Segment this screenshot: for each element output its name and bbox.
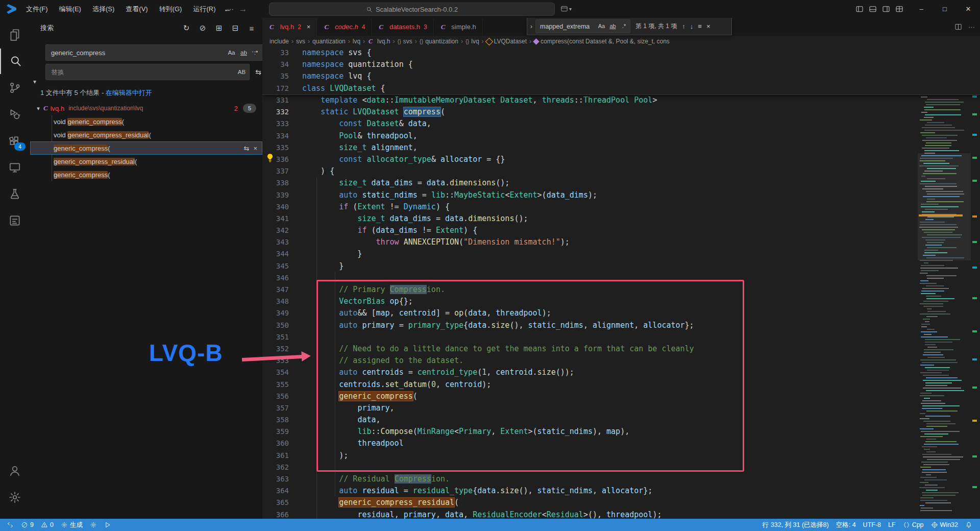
search-match-row[interactable]: void generic_compress( [30, 115, 262, 128]
minimap[interactable] [918, 47, 971, 519]
match-case-toggle[interactable]: Aa [597, 21, 606, 31]
breadcrumb-item[interactable]: svs [296, 38, 305, 45]
toggle-replace-icon[interactable]: › [527, 18, 535, 35]
activity-settings-icon[interactable] [0, 485, 30, 510]
clear-results-icon[interactable]: ⊘ [197, 22, 208, 34]
search-match-row[interactable]: generic_compress(⇆× [30, 141, 262, 155]
find-in-selection-icon[interactable]: ≡ [698, 22, 702, 30]
breadcrumb-item[interactable]: compress(const Dataset &, Pool &, size_t… [534, 38, 670, 45]
activity-beaker-icon[interactable] [0, 181, 30, 207]
status-item-left-5[interactable] [86, 519, 101, 531]
code-line: 335 size_t alignment, [262, 142, 980, 154]
breadcrumb-item[interactable]: quantization [312, 38, 346, 45]
play-icon [104, 521, 111, 528]
regex-toggle[interactable]: .* [619, 21, 629, 31]
tab-lvq.h[interactable]: Clvq.h2× [262, 18, 317, 36]
status-item-right-3[interactable]: UTF-8 [860, 519, 885, 531]
whole-word-toggle[interactable]: ab [608, 21, 618, 31]
breadcrumb-label: lvq.h [377, 38, 390, 45]
tab-simple.h[interactable]: Csimple.h [434, 18, 483, 36]
toggle-panel-left-icon[interactable] [855, 5, 864, 13]
collapse-all-icon[interactable]: ⊟ [230, 22, 241, 34]
chevron-down-icon[interactable]: ▾ [34, 105, 42, 112]
search-match-row[interactable]: void generic_compress_residual( [30, 128, 262, 141]
status-item-left-4[interactable]: 生成 [57, 519, 86, 531]
copilot-button[interactable]: ▾ [560, 3, 572, 14]
toggle-search-details-button[interactable]: ··· [252, 47, 258, 55]
menu-item-4[interactable]: 查看(V) [121, 3, 152, 16]
search-match-row[interactable]: generic_compress( [30, 168, 262, 181]
status-item-right-7[interactable] [962, 519, 976, 531]
window-controls: –□✕ [910, 0, 980, 18]
dismiss-match-icon[interactable]: × [253, 144, 257, 152]
close-tab-icon[interactable]: × [307, 23, 311, 31]
next-match-icon[interactable]: ↓ [690, 22, 694, 30]
activity-remote-icon[interactable] [0, 155, 30, 180]
breadcrumb-item[interactable]: {}svs [397, 38, 412, 45]
prev-match-icon[interactable]: ↑ [682, 22, 685, 30]
breadcrumb-item[interactable]: Clvq.h [368, 38, 390, 45]
back-button[interactable]: ← [224, 5, 232, 14]
replace-match-icon[interactable]: ⇆ [244, 144, 250, 152]
status-item-right-6[interactable]: Win32 [927, 519, 962, 531]
editor-more-actions-icon[interactable]: ··· [968, 23, 975, 31]
forward-button[interactable]: → [239, 5, 247, 14]
breadcrumb-item[interactable]: {}quantization [420, 38, 458, 45]
breadcrumb-item[interactable]: lvq [353, 38, 360, 45]
split-editor-icon[interactable] [954, 23, 962, 31]
activity-explorer-icon[interactable] [0, 22, 30, 47]
code-line: 336 const allocator_type& allocator = {} [262, 154, 980, 165]
activity-debug-icon[interactable] [0, 102, 30, 127]
search-match-row[interactable]: generic_compress_residual( [30, 155, 262, 168]
status-item-left-1[interactable] [3, 519, 17, 531]
breadcrumb-label: compress(const Dataset &, Pool &, size_t… [541, 38, 670, 45]
whole-word-toggle[interactable]: ab [238, 47, 249, 58]
expand-results-icon[interactable]: ≡ [246, 22, 257, 34]
menu-item-3[interactable]: 选择(S) [88, 3, 119, 16]
customize-layout-icon[interactable] [895, 5, 903, 13]
file-result-row[interactable]: ▾Clvq.hinclude\svs\quantization\lvq25 [30, 102, 262, 115]
minimize-button[interactable]: – [910, 0, 933, 18]
match-case-toggle[interactable]: Aa [226, 47, 237, 58]
activity-account-icon[interactable] [0, 458, 30, 484]
toggle-panel-bottom-icon[interactable] [869, 5, 877, 13]
menu-item-5[interactable]: 转到(G) [155, 3, 187, 16]
status-item-right-1[interactable]: 行 332, 列 31 (已选择8) [759, 519, 832, 531]
code-line: 172class LVQDataset { [262, 83, 980, 94]
breadcrumb-item[interactable]: LVQDataset [486, 38, 527, 45]
menu-item-6[interactable]: 运行(R) [188, 3, 220, 16]
namespace-icon: {} [420, 38, 423, 44]
minimap-slider[interactable] [918, 153, 971, 260]
replace-input[interactable] [50, 64, 220, 80]
activity-extensions-icon[interactable]: 4 [0, 128, 30, 154]
breadcrumb-item[interactable]: include [270, 38, 289, 45]
preserve-case-toggle[interactable]: AB [236, 66, 247, 77]
status-item-left-3[interactable]: 0 [37, 519, 57, 531]
line-number: 343 [262, 236, 289, 248]
open-in-editor-link[interactable]: 在编辑器中打开 [106, 89, 152, 96]
search-input[interactable] [50, 45, 220, 60]
maximize-button[interactable]: □ [933, 0, 957, 18]
status-item-right-5[interactable]: Cpp [899, 519, 927, 531]
menu-item-1[interactable]: 文件(F) [21, 3, 53, 16]
menu-item-2[interactable]: 编辑(E) [55, 3, 86, 16]
activity-source-control-icon[interactable] [0, 75, 30, 101]
new-search-editor-icon[interactable]: ⊞ [213, 22, 225, 34]
find-input[interactable] [539, 20, 592, 33]
command-center-search[interactable]: ScalableVectorSearch-0.0.2 [269, 3, 555, 16]
toggle-replace-chevron-icon[interactable]: ▾ [33, 78, 41, 86]
activity-search-icon[interactable] [0, 49, 31, 74]
breadcrumb-item[interactable]: {}lvq [465, 38, 479, 45]
status-item-right-4[interactable]: LF [885, 519, 899, 531]
tab-datasets.h[interactable]: Cdatasets.h3 [372, 18, 433, 36]
refresh-icon[interactable]: ↻ [181, 22, 192, 34]
close-icon[interactable]: × [706, 22, 710, 30]
close-button[interactable]: ✕ [957, 0, 980, 18]
activity-tools-icon[interactable] [0, 208, 30, 233]
status-item-left-2[interactable]: 9 [17, 519, 37, 531]
code-action-lightbulb-icon[interactable] [265, 153, 275, 162]
toggle-panel-right-icon[interactable] [882, 5, 890, 13]
tab-codec.h[interactable]: Ccodec.h4 [317, 18, 372, 36]
status-item-right-2[interactable]: 空格: 4 [832, 519, 860, 531]
status-item-left-6[interactable] [101, 519, 115, 531]
